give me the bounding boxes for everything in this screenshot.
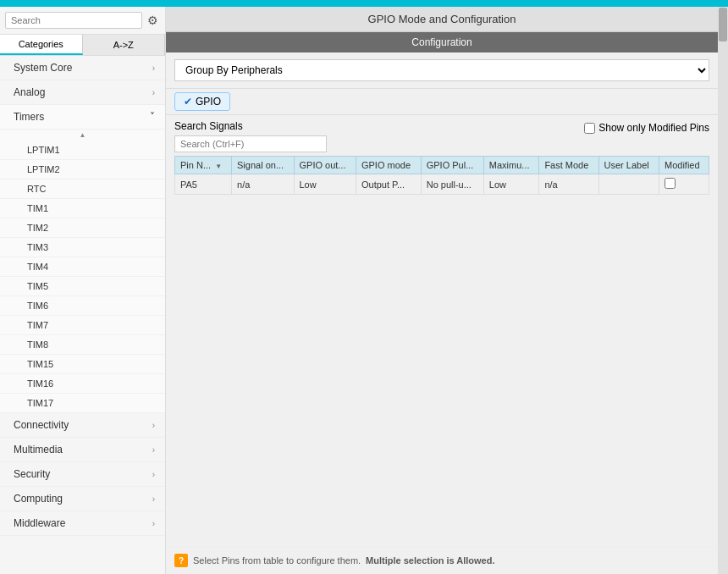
sidebar-content: System Core › Analog › Timers ˅ ▲ LPTIM1… [0,56,165,574]
gpio-tab-row: ✔ GPIO [166,89,718,115]
search-signals-input[interactable] [174,135,327,152]
col-fast-mode[interactable]: Fast Mode [539,157,598,174]
config-header: Configuration [166,32,718,52]
search-left: Search Signals [174,120,327,152]
group-by-select[interactable]: Group By Peripherals [174,59,709,81]
cell-gpio-pull: No pull-u... [421,174,483,195]
tab-row: Categories A->Z [0,35,165,56]
chevron-right-icon: › [152,519,155,528]
sidebar: ⚙ Categories A->Z System Core › Analog ›… [0,7,166,574]
top-bar [0,0,728,7]
tab-az[interactable]: A->Z [83,35,166,55]
sidebar-item-security[interactable]: Security › [0,462,165,487]
sub-item-tim7[interactable]: TIM7 [0,316,165,335]
show-modified-checkbox[interactable] [584,123,595,134]
modified-checkbox[interactable] [665,178,676,189]
chevron-right-icon: › [152,494,155,504]
right-panel: GPIO Mode and Configuration Configuratio… [166,7,728,574]
chevron-right-icon: › [152,88,155,97]
hint-bold-text: Multiple selection is Allowed. [366,555,494,566]
sub-item-lptim1[interactable]: LPTIM1 [0,141,165,160]
sidebar-item-middleware[interactable]: Middleware › [0,511,165,536]
sub-item-tim2[interactable]: TIM2 [0,218,165,238]
sub-item-tim17[interactable]: TIM17 [0,394,165,413]
chevron-right-icon: › [152,470,155,479]
sidebar-item-label: Analog [14,86,45,98]
cell-maximum: Low [483,174,539,195]
pin-table: Pin N... ▼ Signal on... GPIO out... GPIO… [174,156,709,195]
cell-pin-name: PA5 [175,174,232,195]
search-signals-label: Search Signals [174,120,327,132]
sidebar-item-label: Middleware [14,517,65,529]
chevron-down-icon: ˅ [150,111,155,123]
col-signal-on[interactable]: Signal on... [232,157,294,174]
col-modified[interactable]: Modified [659,157,709,174]
cell-signal-on: n/a [232,174,294,195]
sidebar-item-system-core[interactable]: System Core › [0,56,165,80]
cell-gpio-mode: Output P... [356,174,421,195]
sidebar-item-multimedia[interactable]: Multimedia › [0,438,165,462]
cell-user-label [598,174,659,195]
timers-sub-items: ▲ LPTIM1 LPTIM2 RTC TIM1 TIM2 TIM3 TIM4 … [0,130,165,413]
chevron-right-icon: › [152,63,155,73]
sidebar-item-analog[interactable]: Analog › [0,80,165,105]
show-modified-label: Show only Modified Pins [598,122,709,134]
sidebar-item-computing[interactable]: Computing › [0,487,165,511]
sub-item-tim1[interactable]: TIM1 [0,199,165,218]
col-gpio-out[interactable]: GPIO out... [294,157,356,174]
col-user-label[interactable]: User Label [598,157,659,174]
chevron-right-icon: › [152,445,155,455]
sidebar-item-label: Computing [14,493,63,505]
table-row[interactable]: PA5 n/a Low Output P... No pull-u... Low… [175,174,709,195]
search-bar: ⚙ [0,7,165,35]
sidebar-item-timers[interactable]: Timers ˅ [0,105,165,130]
filter-right: Show only Modified Pins [584,120,709,134]
scrollbar[interactable] [718,7,728,574]
sub-item-tim8[interactable]: TIM8 [0,335,165,355]
tab-categories[interactable]: Categories [0,35,83,55]
sub-item-tim15[interactable]: TIM15 [0,355,165,374]
table-container: Pin N... ▼ Signal on... GPIO out... GPIO… [166,156,718,195]
bottom-hint: ? Select Pins from table to configure th… [166,546,718,574]
search-and-filter: Search Signals Show only Modified Pins [166,115,718,156]
gear-button[interactable]: ⚙ [146,12,160,29]
sidebar-item-label: Timers [14,111,44,123]
sub-item-tim4[interactable]: TIM4 [0,257,165,277]
scroll-up-indicator: ▲ [0,130,165,141]
sort-icon: ▼ [215,163,222,170]
col-gpio-pull[interactable]: GPIO Pul... [421,157,483,174]
sidebar-item-connectivity[interactable]: Connectivity › [0,413,165,438]
gpio-tab-label: GPIO [196,96,221,108]
check-icon: ✔ [184,96,192,108]
chevron-right-icon: › [152,421,155,430]
sidebar-item-label: Connectivity [14,419,69,431]
sidebar-item-label: Multimedia [14,444,63,455]
sidebar-item-label: System Core [14,62,72,74]
cell-fast-mode: n/a [539,174,598,195]
cell-gpio-out: Low [294,174,356,195]
cell-modified [659,174,709,195]
sub-item-tim6[interactable]: TIM6 [0,296,165,316]
col-gpio-mode[interactable]: GPIO mode [356,157,421,174]
gpio-tab[interactable]: ✔ GPIO [174,92,230,111]
sub-item-tim5[interactable]: TIM5 [0,277,165,296]
sub-item-tim16[interactable]: TIM16 [0,374,165,394]
col-maximum[interactable]: Maximu... [483,157,539,174]
search-input[interactable] [5,12,142,29]
window-title: GPIO Mode and Configuration [166,7,718,32]
scrollbar-thumb[interactable] [719,8,727,41]
hint-icon: ? [174,554,188,567]
right-inner: GPIO Mode and Configuration Configuratio… [166,7,718,574]
group-by-row: Group By Peripherals [166,52,718,89]
sub-item-tim3[interactable]: TIM3 [0,238,165,257]
col-pin-name[interactable]: Pin N... ▼ [175,157,232,174]
sub-item-rtc[interactable]: RTC [0,179,165,199]
sub-item-lptim2[interactable]: LPTIM2 [0,160,165,179]
spacer [166,195,718,546]
sidebar-item-label: Security [14,468,50,480]
hint-text: Select Pins from table to configure them… [193,555,361,566]
